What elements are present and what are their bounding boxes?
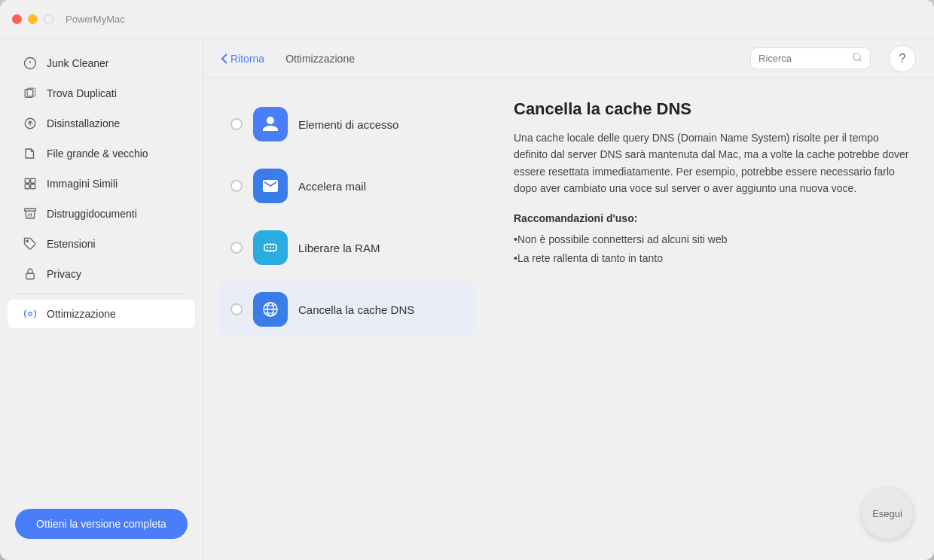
content-header: Ritorna Ottimizzazione ?: [203, 39, 934, 78]
detail-title: Cancella la cache DNS: [514, 99, 910, 119]
content-body: Elementi di accesso Accelera mail: [203, 78, 934, 560]
liberare-ram-icon: [253, 230, 288, 265]
titlebar: PowerMyMac: [0, 0, 934, 39]
sidebar-divider: [15, 294, 188, 294]
back-label: Ritorna: [230, 53, 264, 65]
sidebar-item-file-grande[interactable]: File grande & vecchio: [8, 139, 195, 168]
junk-cleaner-icon: [23, 56, 38, 71]
accelera-mail-icon: [253, 169, 288, 203]
svg-rect-22: [273, 247, 274, 248]
svg-rect-11: [25, 208, 36, 211]
distruggidocumenti-icon: [23, 206, 38, 221]
sidebar-item-distruggidocumenti[interactable]: Distruggidocumenti: [8, 199, 195, 228]
radio-liberare-ram[interactable]: [230, 242, 243, 254]
elementi-accesso-label: Elementi di accesso: [298, 118, 398, 131]
file-grande-icon: [23, 146, 38, 161]
help-icon: ?: [899, 52, 906, 65]
svg-rect-15: [26, 273, 35, 279]
search-input[interactable]: [758, 53, 847, 64]
window-controls: [12, 14, 53, 24]
estensioni-icon: [23, 236, 38, 251]
search-bar: [750, 47, 871, 69]
back-button[interactable]: Ritorna: [221, 53, 264, 65]
privacy-icon: [23, 266, 38, 282]
sidebar-item-ottimizzazione[interactable]: Ottimizzazione: [8, 300, 195, 328]
sidebar-label-immagini-simili: Immagini Simili: [47, 178, 118, 190]
radio-elementi-accesso[interactable]: [230, 118, 243, 130]
list-item-accelera-mail[interactable]: Accelera mail: [218, 158, 475, 214]
sidebar-item-disinstallazione[interactable]: Disinstallazione: [8, 109, 195, 138]
sidebar-label-file-grande: File grande & vecchio: [47, 148, 148, 160]
section-title: Ottimizzazione: [285, 53, 355, 65]
app-title: PowerMyMac: [66, 14, 125, 25]
maximize-button[interactable]: [44, 14, 53, 24]
sidebar-label-ottimizzazione: Ottimizzazione: [47, 308, 116, 320]
close-button[interactable]: [12, 14, 22, 24]
sidebar-item-privacy[interactable]: Privacy: [8, 260, 195, 288]
content-area: Ritorna Ottimizzazione ?: [203, 39, 934, 560]
disinstallazione-icon: [23, 116, 38, 131]
sidebar-label-trova-duplicati: Trova Duplicati: [47, 87, 117, 99]
cancella-dns-label: Cancella la cache DNS: [298, 303, 414, 316]
svg-line-18: [859, 59, 862, 62]
help-button[interactable]: ?: [889, 45, 916, 72]
sidebar-bottom: Ottieni la versione completa: [0, 497, 203, 551]
sidebar-item-junk-cleaner[interactable]: Junk Cleaner: [8, 49, 195, 78]
minimize-button[interactable]: [28, 14, 38, 24]
trova-duplicati-icon: [23, 86, 38, 101]
svg-rect-8: [31, 178, 35, 183]
sidebar-label-junk-cleaner: Junk Cleaner: [47, 57, 109, 69]
recommendations-title: Raccomandazioni d'uso:: [514, 212, 910, 224]
immagini-simili-icon: [23, 176, 38, 191]
recommendation-1: •Non è possibile connettersi ad alcuni s…: [514, 230, 910, 249]
svg-point-17: [853, 53, 860, 60]
sidebar-label-distruggidocumenti: Distruggidocumenti: [47, 208, 137, 220]
svg-point-16: [29, 312, 32, 316]
sidebar-item-immagini-simili[interactable]: Immagini Simili: [8, 169, 195, 198]
accelera-mail-label: Accelera mail: [298, 180, 366, 193]
upgrade-button[interactable]: Ottieni la versione completa: [15, 509, 188, 539]
list-item-liberare-ram[interactable]: Liberare la RAM: [218, 220, 475, 275]
search-icon: [852, 52, 862, 65]
svg-rect-20: [267, 247, 268, 248]
svg-rect-9: [25, 184, 29, 189]
detail-description: Una cache locale delle query DNS (Domain…: [514, 129, 910, 197]
app-window: PowerMyMac Junk Cleaner Trova Dupli: [0, 0, 934, 560]
recommendations-list: •Non è possibile connettersi ad alcuni s…: [514, 230, 910, 268]
svg-rect-10: [31, 184, 35, 189]
sidebar-label-estensioni: Estensioni: [47, 238, 96, 250]
sidebar: Junk Cleaner Trova Duplicati Disinstalla…: [0, 39, 203, 560]
elementi-accesso-icon: [253, 107, 288, 142]
sidebar-item-estensioni[interactable]: Estensioni: [8, 230, 195, 258]
recommendation-2: •La rete rallenta di tanto in tanto: [514, 249, 910, 268]
list-item-elementi-accesso[interactable]: Elementi di accesso: [218, 96, 475, 152]
main-layout: Junk Cleaner Trova Duplicati Disinstalla…: [0, 39, 934, 560]
radio-accelera-mail[interactable]: [230, 180, 243, 192]
detail-panel: Cancella la cache DNS Una cache locale d…: [490, 78, 934, 560]
cancella-dns-icon: [253, 292, 288, 327]
svg-rect-7: [25, 178, 29, 183]
items-panel: Elementi di accesso Accelera mail: [203, 78, 490, 560]
radio-cancella-dns[interactable]: [230, 303, 243, 315]
sidebar-item-trova-duplicati[interactable]: Trova Duplicati: [8, 79, 195, 108]
liberare-ram-label: Liberare la RAM: [298, 242, 380, 254]
list-item-cancella-dns[interactable]: Cancella la cache DNS: [218, 282, 475, 337]
ottimizzazione-icon: [23, 306, 38, 321]
sidebar-label-privacy: Privacy: [47, 268, 81, 280]
sidebar-label-disinstallazione: Disinstallazione: [47, 117, 120, 129]
svg-point-14: [26, 240, 28, 242]
execute-button[interactable]: Esegui: [862, 488, 913, 539]
svg-rect-21: [270, 247, 271, 248]
